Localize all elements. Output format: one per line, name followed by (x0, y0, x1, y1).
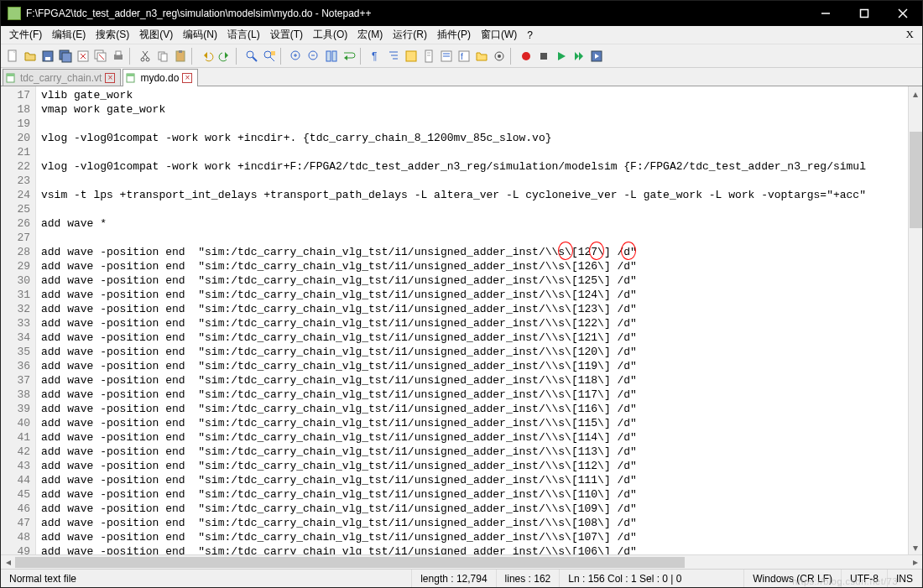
code-line[interactable]: add wave -position end "sim:/tdc_carry_c… (41, 316, 908, 330)
code-line[interactable]: add wave -position end "sim:/tdc_carry_c… (41, 473, 908, 487)
code-line[interactable]: add wave -position end "sim:/tdc_carry_c… (41, 388, 908, 402)
close-button[interactable] (884, 1, 922, 26)
stop-macro-icon[interactable] (535, 48, 552, 65)
scroll-up-icon[interactable]: ▴ (909, 86, 922, 101)
open-file-icon[interactable] (22, 48, 39, 65)
monitor-icon[interactable] (491, 48, 508, 65)
close-file-icon[interactable] (75, 48, 91, 65)
paste-icon[interactable] (172, 48, 189, 65)
code-line[interactable]: add wave -position end "sim:/tdc_carry_c… (41, 330, 908, 345)
user-lang-icon[interactable] (403, 48, 420, 65)
code-area[interactable]: vlib gate_workvmap work gate_workvlog -v… (36, 86, 908, 554)
code-line[interactable]: add wave -position end "sim:/tdc_carry_c… (41, 416, 908, 430)
menu-0[interactable]: 文件(F) (4, 26, 47, 44)
code-line[interactable] (41, 231, 908, 245)
close-all-icon[interactable] (92, 48, 109, 65)
new-file-icon[interactable] (4, 48, 21, 65)
menu-11[interactable]: 窗口(W) (476, 26, 522, 44)
folder-view-icon[interactable] (473, 48, 490, 65)
menu-3[interactable]: 视图(V) (134, 26, 178, 44)
code-line[interactable]: add wave -position end "sim:/tdc_carry_c… (41, 487, 908, 502)
status-ins[interactable]: INS (888, 570, 922, 587)
maximize-button[interactable] (845, 1, 884, 26)
code-line[interactable]: add wave -position end "sim:/tdc_carry_c… (41, 516, 908, 530)
vertical-scrollbar[interactable]: ▴ ▾ (908, 86, 922, 554)
show-all-chars-icon[interactable]: ¶ (368, 48, 384, 65)
code-line[interactable]: add wave -position end "sim:/tdc_carry_c… (41, 245, 908, 259)
code-line[interactable]: vsim -t lps +transport_int_delays +trans… (41, 188, 908, 202)
replace-icon[interactable] (261, 48, 278, 65)
menu-6[interactable]: 设置(T) (265, 26, 308, 44)
menu-8[interactable]: 宏(M) (352, 26, 388, 44)
save-all-icon[interactable] (57, 48, 74, 65)
code-line[interactable] (41, 174, 908, 188)
sync-scroll-icon[interactable] (323, 48, 340, 65)
tab-tdc_carry_chain-vt[interactable]: tdc_carry_chain.vt× (3, 69, 121, 86)
menu-2[interactable]: 搜索(S) (91, 26, 134, 44)
code-line[interactable]: add wave -position end "sim:/tdc_carry_c… (41, 530, 908, 544)
menu-4[interactable]: 编码(N) (178, 26, 222, 44)
code-line[interactable]: add wave -position end "sim:/tdc_carry_c… (41, 544, 908, 554)
code-line[interactable] (41, 145, 908, 159)
code-line[interactable]: add wave -position end "sim:/tdc_carry_c… (41, 288, 908, 302)
record-macro-icon[interactable] (518, 48, 535, 65)
hscroll-thumb[interactable] (15, 557, 685, 568)
tab-close-icon[interactable]: × (105, 73, 115, 83)
play-multiple-icon[interactable] (571, 48, 587, 65)
doc-list-icon[interactable] (438, 48, 455, 65)
code-line[interactable] (41, 117, 908, 131)
menu-9[interactable]: 运行(R) (388, 26, 432, 44)
code-line[interactable]: add wave -position end "sim:/tdc_carry_c… (41, 345, 908, 359)
status-eol[interactable]: Windows (CR LF) (744, 570, 842, 587)
code-line[interactable]: add wave -position end "sim:/tdc_carry_c… (41, 502, 908, 516)
code-line[interactable]: vlib gate_work (41, 88, 908, 102)
code-line[interactable]: add wave -position end "sim:/tdc_carry_c… (41, 273, 908, 288)
status-encoding[interactable]: UTF-8 (842, 570, 888, 587)
play-macro-icon[interactable] (553, 48, 570, 65)
menu-7[interactable]: 工具(O) (308, 26, 352, 44)
code-line[interactable]: vlog -vlog01compat -work work +incdir+. … (41, 131, 908, 145)
save-macro-icon[interactable] (588, 48, 605, 65)
code-line[interactable]: add wave -position end "sim:/tdc_carry_c… (41, 459, 908, 473)
minimize-button[interactable] (806, 1, 845, 26)
wrap-icon[interactable] (341, 48, 357, 65)
print-icon[interactable] (110, 48, 127, 65)
code-line[interactable]: vmap work gate_work (41, 102, 908, 117)
undo-icon[interactable] (199, 48, 216, 65)
indent-guide-icon[interactable] (385, 48, 402, 65)
function-list-icon[interactable]: f (456, 48, 472, 65)
code-line[interactable]: add wave -position end "sim:/tdc_carry_c… (41, 359, 908, 373)
tab-mydo-do[interactable]: mydo.do× (123, 69, 198, 86)
scroll-down-icon[interactable]: ▾ (909, 540, 922, 554)
horizontal-scrollbar[interactable]: ◂ ▸ (1, 554, 922, 569)
scroll-left-icon[interactable]: ◂ (1, 555, 15, 570)
code-line[interactable]: add wave -position end "sim:/tdc_carry_c… (41, 259, 908, 273)
cut-icon[interactable] (137, 48, 154, 65)
save-icon[interactable] (39, 48, 56, 65)
redo-icon[interactable] (216, 48, 233, 65)
close-icon[interactable]: X (906, 28, 914, 41)
menu-12[interactable]: ? (522, 28, 538, 43)
code-line[interactable]: add wave -position end "sim:/tdc_carry_c… (41, 302, 908, 316)
doc-map-icon[interactable] (420, 48, 437, 65)
code-line[interactable]: add wave -position end "sim:/tdc_carry_c… (41, 430, 908, 445)
copy-icon[interactable] (154, 48, 171, 65)
zoom-in-icon[interactable] (288, 48, 305, 65)
scroll-right-icon[interactable]: ▸ (908, 555, 922, 570)
code-line[interactable] (41, 202, 908, 216)
code-line[interactable]: add wave -position end "sim:/tdc_carry_c… (41, 445, 908, 459)
code-line[interactable]: add wave -position end "sim:/tdc_carry_c… (41, 402, 908, 416)
code-line[interactable]: add wave * (41, 216, 908, 231)
zoom-out-icon[interactable] (305, 48, 322, 65)
editor-viewport[interactable]: 1718192021222324252627282930313233343536… (1, 86, 908, 554)
code-line[interactable]: add wave -position end "sim:/tdc_carry_c… (41, 373, 908, 388)
code-line[interactable]: vlog -vlog01compat -work work +incdir+F:… (41, 159, 908, 174)
menu-10[interactable]: 插件(P) (432, 26, 476, 44)
menu-5[interactable]: 语言(L) (222, 26, 265, 44)
vscroll-thumb[interactable] (910, 132, 922, 228)
titlebar[interactable]: F:\FPGA2\tdc_test_adder_n3_reg\simulatio… (1, 1, 922, 26)
menu-1[interactable]: 编辑(E) (47, 26, 91, 44)
svg-rect-46 (425, 50, 432, 62)
tab-close-icon[interactable]: × (182, 73, 192, 83)
find-icon[interactable] (243, 48, 260, 65)
